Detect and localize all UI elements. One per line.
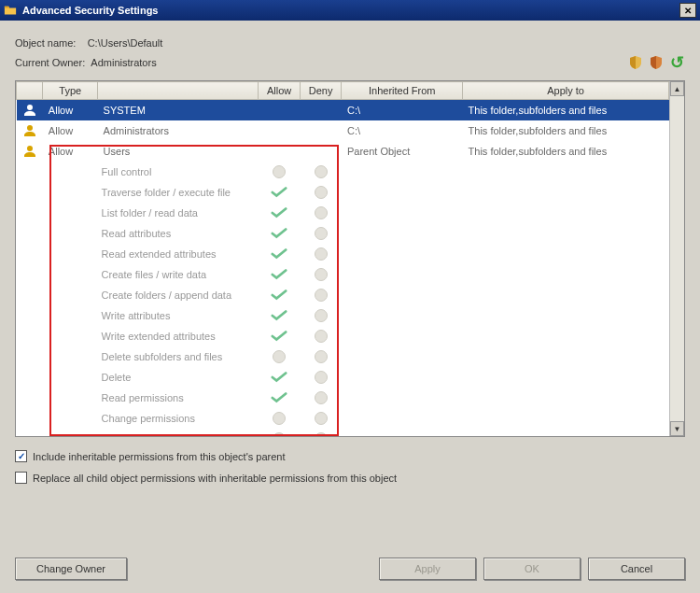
entry-name: Administrators [98,120,259,141]
shield-yellow-icon[interactable] [627,54,644,71]
allow-cell [259,429,301,436]
permission-label: Full control [98,162,259,182]
deny-dot [315,432,328,436]
permission-row: Write attributes [17,305,669,326]
permission-row: Create files / write data [17,264,669,285]
permission-label: Delete subfolders and files [98,346,259,367]
entry-type: Allow [43,120,98,141]
entry-type: Allow [43,100,98,121]
allow-cell [259,326,301,346]
col-allow[interactable]: Allow [259,82,301,100]
scroll-up-button[interactable]: ▲ [670,81,684,96]
table-row[interactable]: AllowUsersParent ObjectThis folder,subfo… [17,141,669,162]
permission-row: Write extended attributes [17,326,669,346]
deny-dot [315,350,328,363]
ok-button[interactable]: OK [483,558,581,580]
entry-apply: This folder,subfolders and files [463,120,669,141]
entry-name: SYSTEM [98,100,259,121]
entry-inherited: C:\ [342,120,463,141]
permission-label: Read permissions [98,388,259,408]
allow-dot [273,412,286,425]
col-name[interactable] [98,82,259,100]
allow-cell [259,264,301,285]
deny-cell [300,429,342,436]
person-icon [17,100,43,121]
allow-cell [259,367,301,388]
column-headers: Type Allow Deny Inherited From Apply to [17,82,669,100]
col-type[interactable]: Type [43,82,98,100]
deny-cell [300,408,342,429]
allow-cell [259,388,301,408]
entry-type: Allow [43,141,98,162]
allow-cell [259,346,301,367]
allow-cell [259,244,301,264]
permission-label: Write attributes [98,305,259,326]
allow-dot [273,165,286,178]
window-title: Advanced Security Settings [22,5,159,16]
allow-cell [259,162,301,182]
deny-dot [315,330,328,343]
allow-cell [259,408,301,429]
refresh-icon[interactable]: ↺ [668,54,685,71]
permission-row: Full control [17,162,669,182]
permission-row: Delete [17,367,669,388]
permission-row: Read permissions [17,388,669,408]
table-row[interactable]: AllowAdministratorsC:\This folder,subfol… [17,120,669,141]
deny-dot [315,289,328,302]
shield-red-icon[interactable] [648,54,665,71]
close-button[interactable]: ✕ [679,3,696,18]
deny-cell [300,305,342,326]
deny-dot [315,206,328,219]
allow-cell [259,223,301,244]
current-owner-value: Administrators [91,57,156,68]
permission-label: Traverse folder / execute file [98,182,259,203]
permission-row: Read extended attributes [17,244,669,264]
folder-icon [4,4,17,17]
apply-button[interactable]: Apply [379,558,476,580]
cancel-button[interactable]: Cancel [588,558,685,580]
permission-row: Traverse folder / execute file [17,182,669,203]
vertical-scrollbar[interactable]: ▲ ▼ [669,81,684,436]
deny-cell [300,162,342,182]
permissions-grid: Type Allow Deny Inherited From Apply to … [15,80,685,437]
deny-cell [300,244,342,264]
object-name-value: C:\Users\Default [88,37,163,49]
deny-dot [315,186,328,199]
deny-dot [315,371,328,384]
deny-cell [300,326,342,346]
col-apply[interactable]: Apply to [463,82,669,100]
permission-label: List folder / read data [98,203,259,223]
permission-label: Create files / write data [98,264,259,285]
permission-row: Take ownership [17,429,669,436]
permission-label: Write extended attributes [98,326,259,346]
deny-cell [300,285,342,305]
permission-row: List folder / read data [17,203,669,223]
deny-dot [315,227,328,240]
deny-cell [300,223,342,244]
permission-label: Read extended attributes [98,244,259,264]
replace-child-label: Replace all child object permissions wit… [33,473,397,484]
deny-dot [315,247,328,261]
deny-dot [315,391,328,404]
change-owner-button[interactable]: Change Owner [15,558,127,580]
table-row[interactable]: AllowSYSTEMC:\This folder,subfolders and… [17,100,669,121]
deny-dot [315,309,328,322]
include-inheritable-checkbox[interactable] [15,450,27,462]
deny-cell [300,346,342,367]
scroll-down-button[interactable]: ▼ [670,421,684,436]
person-icon [17,120,43,141]
deny-cell [300,182,342,203]
col-inherited[interactable]: Inherited From [342,82,463,100]
permission-row: Change permissions [17,408,669,429]
allow-cell [259,305,301,326]
permission-row: Delete subfolders and files [17,346,669,367]
col-icon[interactable] [17,82,43,100]
permission-label: Change permissions [98,408,259,429]
permission-label: Create folders / append data [98,285,259,305]
col-deny[interactable]: Deny [300,82,342,100]
entry-apply: This folder,subfolders and files [463,100,669,121]
replace-child-checkbox[interactable] [15,472,27,484]
title-bar: Advanced Security Settings ✕ [0,0,700,21]
deny-cell [300,367,342,388]
entry-apply: This folder,subfolders and files [463,141,669,162]
